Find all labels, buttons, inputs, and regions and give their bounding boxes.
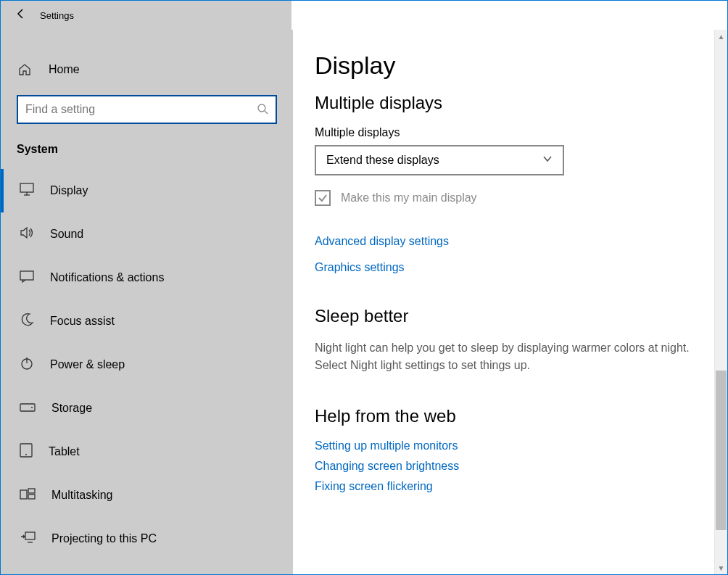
multitask-icon [20,488,36,502]
sidebar-item-label: Storage [51,402,92,415]
search-icon [257,103,268,117]
advanced-display-settings-link[interactable]: Advanced display settings [315,235,711,248]
sidebar-item-label: Power & sleep [50,358,125,371]
content-pane: Display Multiple displays Multiple displ… [293,30,727,574]
scroll-down-icon[interactable]: ▼ [715,561,727,574]
multiple-displays-heading: Multiple displays [315,93,711,113]
sidebar-item-storage[interactable]: Storage [1,386,277,430]
sidebar-item-label: Multitasking [51,489,112,502]
sidebar-item-sound[interactable]: Sound [1,212,277,256]
svg-point-13 [31,407,33,408]
svg-rect-16 [20,490,27,499]
help-heading: Help from the web [315,406,711,426]
sidebar-item-label: Sound [50,228,83,241]
svg-point-15 [25,454,27,455]
search-field[interactable] [25,103,257,116]
home-label: Home [49,63,80,76]
graphics-settings-link[interactable]: Graphics settings [315,261,711,274]
sidebar-item-power-sleep[interactable]: Power & sleep [1,343,277,386]
back-button[interactable] [15,8,27,23]
tablet-icon [20,443,33,460]
scroll-up-icon[interactable]: ▲ [715,30,727,43]
power-icon [20,356,34,373]
home-nav[interactable]: Home [17,53,277,86]
multiple-displays-dropdown[interactable]: Extend these displays [315,145,564,175]
sidebar-item-projecting[interactable]: Projecting to this PC [1,517,277,560]
multiple-displays-label: Multiple displays [315,126,711,139]
svg-line-5 [265,111,268,114]
speaker-icon [20,226,34,242]
help-link-brightness[interactable]: Changing screen brightness [315,460,711,473]
page-title: Display [315,51,711,80]
scrollbar[interactable]: ▲ ▼ [714,30,727,574]
message-icon [20,270,34,286]
sidebar-item-focus-assist[interactable]: Focus assist [1,299,277,343]
main-display-checkbox[interactable] [315,190,331,206]
main-display-checkbox-row: Make this my main display [315,190,711,206]
svg-rect-19 [25,532,35,539]
help-link-flickering[interactable]: Fixing screen flickering [315,480,711,493]
sidebar-item-tablet[interactable]: Tablet [1,430,277,473]
svg-rect-6 [20,183,33,192]
home-icon [17,62,33,77]
scroll-thumb[interactable] [716,371,727,530]
drive-icon [20,402,36,415]
svg-rect-17 [28,489,35,493]
window-title: Settings [40,10,74,21]
sidebar-item-multitasking[interactable]: Multitasking [1,473,277,517]
chevron-down-icon [542,154,553,167]
sidebar-item-label: Focus assist [50,315,115,328]
sidebar-section-header: System [17,143,277,156]
moon-icon [20,313,34,330]
help-link-monitors[interactable]: Setting up multiple monitors [315,439,711,452]
svg-point-4 [258,104,265,112]
sidebar-item-label: Notifications & actions [50,271,164,284]
svg-rect-18 [28,495,35,499]
sidebar-item-label: Display [50,184,88,197]
sidebar-item-label: Tablet [49,445,80,458]
sidebar-item-display[interactable]: Display [1,169,277,212]
monitor-icon [20,183,34,199]
search-input[interactable] [17,95,277,124]
sidebar: Home System Display Sound [1,30,293,574]
sidebar-item-notifications[interactable]: Notifications & actions [1,256,277,299]
sleep-heading: Sleep better [315,306,711,326]
project-icon [20,531,36,546]
svg-rect-9 [20,271,33,280]
dropdown-value: Extend these displays [326,154,439,167]
checkbox-label: Make this my main display [341,191,477,204]
sidebar-item-label: Projecting to this PC [51,532,157,545]
sleep-body: Night light can help you get to sleep by… [315,339,692,374]
